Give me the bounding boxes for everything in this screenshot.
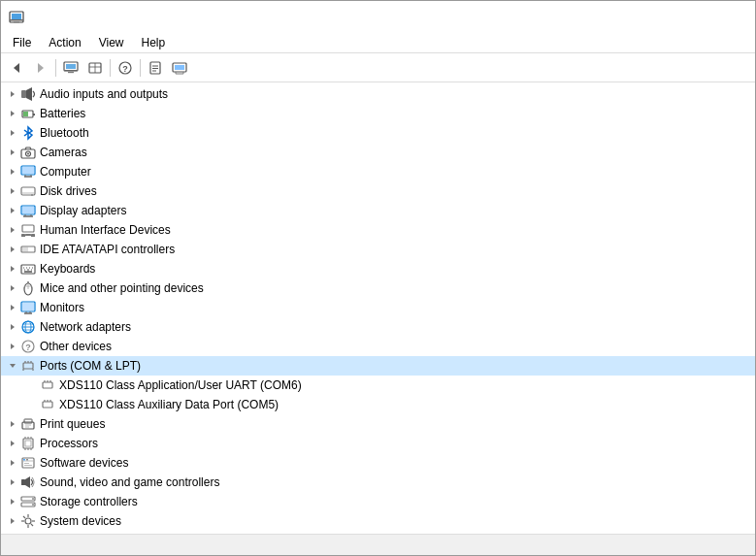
expand-btn-sound[interactable] bbox=[5, 474, 20, 490]
svg-rect-9 bbox=[64, 70, 78, 71]
tree-item-mice[interactable]: Mice and other pointing devices bbox=[1, 278, 755, 298]
svg-marker-114 bbox=[11, 441, 15, 446]
svg-rect-55 bbox=[22, 225, 34, 232]
expand-btn-ide[interactable] bbox=[5, 242, 20, 257]
expand-btn-hid[interactable] bbox=[5, 222, 20, 238]
svg-marker-64 bbox=[11, 266, 15, 272]
tree-item-ide[interactable]: IDE ATA/ATAPI controllers bbox=[1, 240, 755, 259]
title-bar bbox=[1, 1, 755, 32]
tree-item-cameras[interactable]: Cameras bbox=[1, 143, 755, 162]
svg-line-145 bbox=[31, 524, 33, 526]
menu-file[interactable]: File bbox=[5, 34, 39, 51]
menu-view[interactable]: View bbox=[91, 34, 132, 51]
svg-marker-130 bbox=[11, 479, 15, 485]
expand-btn-software[interactable] bbox=[5, 455, 20, 471]
label-keyboards: Keyboards bbox=[40, 262, 95, 276]
svg-rect-30 bbox=[23, 112, 28, 116]
svg-marker-31 bbox=[11, 130, 15, 136]
label-displayadapters: Display adapters bbox=[40, 204, 126, 217]
minimize-button[interactable] bbox=[613, 8, 658, 27]
tree-item-network[interactable]: Network adapters bbox=[1, 317, 755, 337]
svg-marker-74 bbox=[11, 285, 15, 291]
svg-marker-123 bbox=[11, 460, 15, 466]
tree-item-audio[interactable]: Audio inputs and outputs bbox=[1, 84, 755, 104]
icon-software bbox=[20, 455, 36, 471]
icon-ports-child1 bbox=[40, 377, 55, 393]
list-view-button[interactable] bbox=[83, 57, 107, 79]
tree-item-monitors[interactable]: Monitors bbox=[1, 298, 755, 317]
tree-item-computer[interactable]: Computer bbox=[1, 162, 755, 181]
label-batteries: Batteries bbox=[40, 107, 85, 120]
svg-text:?: ? bbox=[25, 343, 31, 352]
tree-item-storage[interactable]: Storage controllers bbox=[1, 492, 755, 511]
label-mice: Mice and other pointing devices bbox=[40, 281, 204, 295]
collapse-btn-ports[interactable] bbox=[5, 358, 20, 374]
tree-item-ports-child1[interactable]: XDS110 Class Application/User UART (COM6… bbox=[1, 376, 755, 395]
tree-item-hid[interactable]: Human Interface Devices bbox=[1, 220, 755, 240]
label-printqueues: Print queues bbox=[40, 417, 105, 431]
svg-marker-109 bbox=[11, 421, 15, 427]
back-button[interactable] bbox=[5, 57, 28, 79]
icon-ports-child2 bbox=[40, 397, 55, 412]
toolbar-sep-1 bbox=[55, 59, 56, 77]
tree-item-ports[interactable]: Ports (COM & LPT) bbox=[1, 356, 755, 376]
svg-rect-127 bbox=[26, 459, 28, 461]
svg-rect-57 bbox=[21, 234, 25, 237]
computer-view-button[interactable] bbox=[59, 57, 82, 79]
forward-button[interactable] bbox=[29, 57, 52, 79]
svg-rect-40 bbox=[22, 167, 34, 174]
device-tree[interactable]: Audio inputs and outputs Batteries Bluet… bbox=[1, 82, 755, 534]
tree-item-batteries[interactable]: Batteries bbox=[1, 104, 755, 123]
expand-btn-computer[interactable] bbox=[5, 164, 20, 180]
svg-point-47 bbox=[31, 194, 33, 196]
label-ports: Ports (COM & LPT) bbox=[40, 359, 141, 373]
tree-item-printqueues[interactable]: Print queues bbox=[1, 414, 755, 434]
expand-btn-diskdrives[interactable] bbox=[5, 183, 20, 199]
tree-item-ports-child2[interactable]: XDS110 Class Auxiliary Data Port (COM5) bbox=[1, 395, 755, 414]
svg-rect-25 bbox=[21, 90, 26, 98]
expand-btn-printqueues[interactable] bbox=[5, 416, 20, 432]
svg-marker-91 bbox=[11, 343, 15, 349]
tree-item-displayadapters[interactable]: Display adapters bbox=[1, 201, 755, 220]
tree-item-system[interactable]: System devices bbox=[1, 511, 755, 531]
expand-btn-system[interactable] bbox=[5, 513, 20, 529]
tree-item-bluetooth[interactable]: Bluetooth bbox=[1, 123, 755, 143]
toolbar: ? bbox=[1, 53, 755, 82]
svg-rect-81 bbox=[22, 303, 34, 311]
tree-item-other[interactable]: ? Other devices bbox=[1, 337, 755, 356]
expand-btn-keyboards[interactable] bbox=[5, 261, 20, 277]
expand-btn-other[interactable] bbox=[5, 339, 20, 354]
expand-btn-network[interactable] bbox=[5, 319, 20, 335]
menu-action[interactable]: Action bbox=[41, 34, 88, 51]
properties-button[interactable] bbox=[144, 57, 167, 79]
label-software: Software devices bbox=[40, 456, 128, 470]
menu-bar: File Action View Help bbox=[1, 32, 755, 53]
menu-help[interactable]: Help bbox=[134, 34, 174, 51]
svg-rect-131 bbox=[21, 479, 25, 485]
expand-btn-audio[interactable] bbox=[5, 86, 20, 102]
svg-rect-2 bbox=[10, 19, 23, 21]
expand-btn-bluetooth[interactable] bbox=[5, 125, 20, 141]
maximize-button[interactable] bbox=[658, 8, 703, 27]
tree-item-software[interactable]: Software devices bbox=[1, 453, 755, 473]
expand-btn-monitors[interactable] bbox=[5, 300, 20, 315]
icon-network bbox=[20, 319, 36, 335]
icon-batteries bbox=[20, 106, 36, 121]
close-button[interactable] bbox=[703, 8, 747, 27]
expand-btn-displayadapters[interactable] bbox=[5, 203, 20, 218]
tree-item-processors[interactable]: Processors bbox=[1, 434, 755, 453]
svg-marker-85 bbox=[11, 324, 15, 330]
tree-item-diskdrives[interactable]: Disk drives bbox=[1, 181, 755, 201]
help-button[interactable]: ? bbox=[114, 57, 137, 79]
expand-btn-batteries[interactable] bbox=[5, 106, 20, 121]
tree-item-sound[interactable]: Sound, video and game controllers bbox=[1, 473, 755, 492]
svg-rect-7 bbox=[66, 64, 76, 69]
svg-point-137 bbox=[32, 504, 34, 506]
tree-item-keyboards[interactable]: Keyboards bbox=[1, 259, 755, 278]
expand-btn-storage[interactable] bbox=[5, 494, 20, 509]
device-manager-view-button[interactable] bbox=[168, 57, 191, 79]
expand-btn-processors[interactable] bbox=[5, 436, 20, 451]
label-bluetooth: Bluetooth bbox=[40, 126, 89, 140]
expand-btn-cameras[interactable] bbox=[5, 145, 20, 160]
expand-btn-mice[interactable] bbox=[5, 280, 20, 296]
